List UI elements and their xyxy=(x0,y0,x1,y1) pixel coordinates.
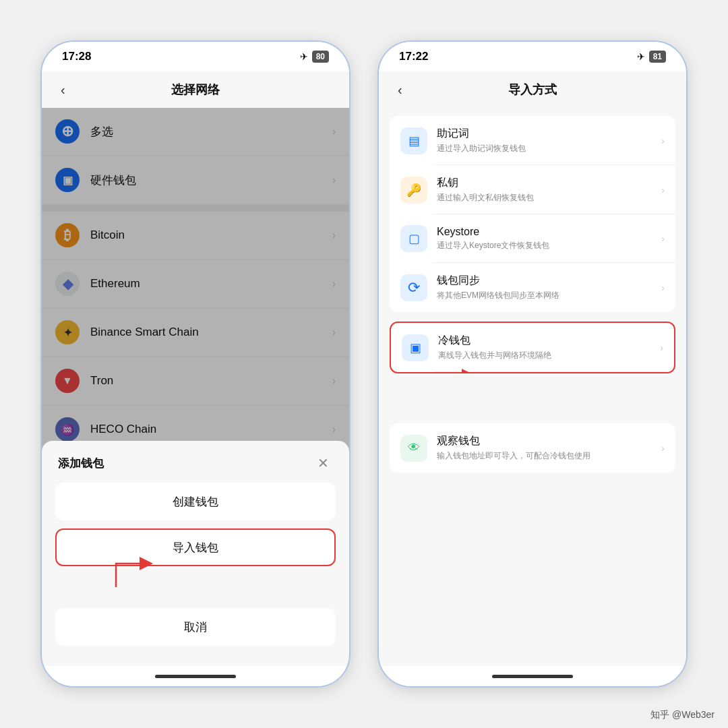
coldwallet-icon: ▣ xyxy=(402,334,429,361)
home-bar-left xyxy=(155,675,236,678)
privatekey-text: 私钥 通过输入明文私钥恢复钱包 xyxy=(437,176,661,204)
time-left: 17:28 xyxy=(62,50,91,63)
home-indicator-right xyxy=(379,666,686,686)
modal-overlay: 添加钱包 ✕ 创建钱包 导入钱包 xyxy=(42,108,349,666)
chevron-icon: › xyxy=(661,233,665,244)
keystore-icon: ▢ xyxy=(400,225,427,252)
nav-bar-right: ‹ 导入方式 xyxy=(379,71,686,108)
privatekey-title: 私钥 xyxy=(437,176,661,190)
home-indicator-left xyxy=(42,666,349,686)
coldwallet-sub: 离线导入钱包并与网络环境隔绝 xyxy=(438,350,660,361)
walletsync-sub: 将其他EVM网络钱包同步至本网络 xyxy=(437,290,661,301)
watermark: 知乎 @Web3er xyxy=(650,709,715,721)
nav-title-left: 选择网络 xyxy=(171,82,220,98)
modal-close-button[interactable]: ✕ xyxy=(313,453,333,473)
watchonly-sub: 输入钱包地址即可导入，可配合冷钱包使用 xyxy=(437,450,661,462)
watchonly-item[interactable]: 👁 观察钱包 输入钱包地址即可导入，可配合冷钱包使用 › xyxy=(390,423,675,473)
nav-title-right: 导入方式 xyxy=(508,82,557,98)
back-button-left[interactable]: ‹ xyxy=(55,77,71,103)
phone-right: 17:22 ✈ 81 ‹ 导入方式 ▤ 助记词 通过导入助记词恢复钱包 › 🔑 xyxy=(377,40,688,688)
chevron-icon: › xyxy=(661,282,665,293)
walletsync-item[interactable]: ⟳ 钱包同步 将其他EVM网络钱包同步至本网络 › xyxy=(390,263,675,312)
mnemonic-title: 助记词 xyxy=(437,127,661,141)
watchonly-title: 观察钱包 xyxy=(437,434,661,448)
import-wallet-container: 导入钱包 xyxy=(55,528,336,566)
mnemonic-sub: 通过导入助记词恢复钱包 xyxy=(437,143,661,154)
keystore-title: Keystore xyxy=(437,226,661,238)
status-bar-right: 17:22 ✈ 81 xyxy=(379,42,686,71)
arrow-spacer xyxy=(55,574,336,608)
time-right: 17:22 xyxy=(399,50,428,63)
walletsync-text: 钱包同步 将其他EVM网络钱包同步至本网络 xyxy=(437,274,661,301)
coldwallet-text: 冷钱包 离线导入钱包并与网络环境隔绝 xyxy=(438,334,660,361)
status-icons-left: ✈ 80 xyxy=(300,51,329,63)
add-wallet-modal: 添加钱包 ✕ 创建钱包 导入钱包 xyxy=(42,441,349,666)
create-wallet-button[interactable]: 创建钱包 xyxy=(55,483,336,520)
back-button-right[interactable]: ‹ xyxy=(392,77,408,103)
import-list: ▤ 助记词 通过导入助记词恢复钱包 › 🔑 私钥 通过输入明文私钥恢复钱包 › … xyxy=(379,108,686,666)
privatekey-icon: 🔑 xyxy=(400,177,427,204)
coldwallet-title: 冷钱包 xyxy=(438,334,660,348)
walletsync-icon: ⟳ xyxy=(400,274,427,301)
keystore-item[interactable]: ▢ Keystore 通过导入Keystore文件恢复钱包 › xyxy=(390,214,675,263)
cancel-button[interactable]: 取消 xyxy=(55,608,336,646)
walletsync-title: 钱包同步 xyxy=(437,274,661,288)
keystore-text: Keystore 通过导入Keystore文件恢复钱包 xyxy=(437,226,661,251)
chevron-icon: › xyxy=(661,185,665,195)
coldwallet-item[interactable]: ▣ 冷钱包 离线导入钱包并与网络环境隔绝 › xyxy=(391,323,674,372)
airplane-icon-left: ✈ xyxy=(300,51,308,62)
home-bar-right xyxy=(492,675,573,678)
status-bar-left: 17:28 ✈ 80 xyxy=(42,42,349,71)
battery-left: 80 xyxy=(312,51,329,63)
privatekey-item[interactable]: 🔑 私钥 通过输入明文私钥恢复钱包 › xyxy=(390,165,675,214)
import-section-3: 👁 观察钱包 输入钱包地址即可导入，可配合冷钱包使用 › xyxy=(390,423,675,473)
import-section-1: ▤ 助记词 通过导入助记词恢复钱包 › 🔑 私钥 通过输入明文私钥恢复钱包 › … xyxy=(390,116,675,312)
airplane-icon-right: ✈ xyxy=(637,51,645,62)
modal-title: 添加钱包 xyxy=(58,456,104,471)
modal-header: 添加钱包 ✕ xyxy=(55,441,336,483)
arrow-spacer-2 xyxy=(390,383,675,423)
keystore-sub: 通过导入Keystore文件恢复钱包 xyxy=(437,240,661,251)
mnemonic-icon: ▤ xyxy=(400,127,427,154)
watchonly-icon: 👁 xyxy=(400,435,427,462)
chevron-icon: › xyxy=(661,443,665,454)
privatekey-sub: 通过输入明文私钥恢复钱包 xyxy=(437,192,661,204)
phone-left: 17:28 ✈ 80 ‹ 选择网络 ⊕ 多选 › ▣ 硬件钱包 › xyxy=(40,40,351,688)
chevron-icon: › xyxy=(660,342,663,353)
watchonly-text: 观察钱包 输入钱包地址即可导入，可配合冷钱包使用 xyxy=(437,434,661,462)
mnemonic-text: 助记词 通过导入助记词恢复钱包 xyxy=(437,127,661,154)
import-section-2: ▣ 冷钱包 离线导入钱包并与网络环境隔绝 › xyxy=(390,322,675,373)
mnemonic-item[interactable]: ▤ 助记词 通过导入助记词恢复钱包 › xyxy=(390,116,675,165)
nav-bar-left: ‹ 选择网络 xyxy=(42,71,349,108)
battery-right: 81 xyxy=(649,51,666,63)
phone1-content: ⊕ 多选 › ▣ 硬件钱包 › ₿ Bitcoin › ◆ Ethereum › xyxy=(42,108,349,666)
import-wallet-button[interactable]: 导入钱包 xyxy=(55,528,336,566)
status-icons-right: ✈ 81 xyxy=(637,51,666,63)
chevron-icon: › xyxy=(661,135,665,146)
